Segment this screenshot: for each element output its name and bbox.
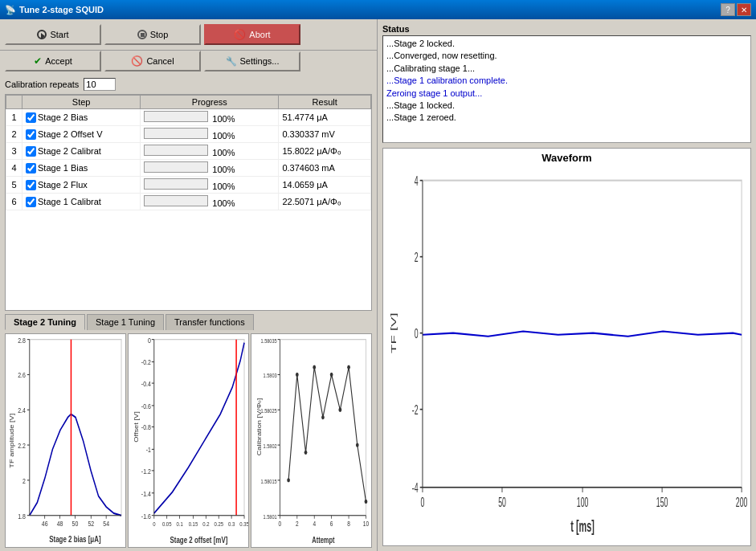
row-step: Stage 2 Bias (22, 109, 141, 126)
status-line: ...Stage 2 locked. (386, 38, 747, 50)
progress-bar-outer (144, 145, 208, 156)
svg-text:0.25: 0.25 (214, 520, 223, 527)
svg-point-69 (287, 478, 290, 482)
row-progress: 100% (141, 194, 279, 210)
progress-bar-outer (144, 195, 208, 206)
main-content: Start Stop 🚫 Abort ✔ Accept 🚫 Cancel 🔧 (0, 19, 756, 551)
accept-button[interactable]: ✔ Accept (5, 51, 101, 71)
step-checkbox[interactable] (26, 129, 36, 140)
status-line: Zeroing stage 1 output... (386, 88, 747, 100)
svg-text:100: 100 (577, 495, 589, 510)
svg-text:0: 0 (415, 326, 419, 341)
svg-text:1.58035: 1.58035 (261, 337, 277, 343)
svg-text:t [ms]: t [ms] (570, 517, 595, 536)
row-result: 0.374603 mA (279, 160, 371, 177)
row-step: Stage 2 Calibrat (22, 143, 141, 160)
calibration-row: Calibration repeats (0, 76, 377, 94)
chart3-svg: 1.58035 1.5803 1.58025 1.5802 1.58015 1.… (251, 334, 371, 548)
chart-calibration: 1.58035 1.5803 1.58025 1.5802 1.58015 1.… (251, 333, 372, 549)
step-checkbox[interactable] (26, 180, 36, 190)
svg-text:1.5801: 1.5801 (264, 512, 277, 519)
help-button[interactable]: ? (721, 3, 735, 16)
table-scroll[interactable]: Step Progress Result 1 Stage 2 Bias (6, 95, 371, 310)
svg-text:-1.6: -1.6 (141, 512, 151, 520)
svg-text:10: 10 (363, 519, 370, 527)
step-name: Stage 2 Calibrat (38, 146, 101, 156)
svg-text:6: 6 (330, 519, 333, 527)
svg-text:0.1: 0.1 (176, 520, 182, 527)
svg-text:50: 50 (498, 495, 506, 510)
cancel-label: Cancel (146, 56, 174, 66)
svg-text:0.05: 0.05 (162, 520, 172, 527)
step-checkbox[interactable] (26, 197, 36, 207)
tab-stage1-tuning[interactable]: Stage 1 Tuning (87, 314, 164, 330)
svg-text:52: 52 (88, 520, 94, 528)
chart-stage2-offset: 0 -0.2 -0.4 -0.6 -0.8 -1 -1.2 -1.4 (128, 333, 249, 549)
svg-text:0: 0 (148, 336, 151, 344)
svg-text:-0.8: -0.8 (141, 423, 151, 431)
row-result: 15.8022 μA/Φ₀ (279, 143, 371, 160)
svg-text:TF amplitude [V]: TF amplitude [V] (9, 413, 15, 467)
step-checkbox[interactable] (26, 146, 36, 157)
status-box[interactable]: ...Stage 2 locked....Converged, now rese… (382, 35, 751, 143)
tab-buttons: Stage 2 Tuning Stage 1 Tuning Transfer f… (5, 314, 372, 330)
svg-rect-0 (30, 339, 121, 515)
svg-text:TF [V]: TF [V] (390, 312, 398, 353)
svg-text:0.2: 0.2 (202, 520, 209, 527)
tabs-area: Stage 2 Tuning Stage 1 Tuning Transfer f… (0, 311, 377, 330)
row-step: Stage 2 Offset V (22, 126, 141, 143)
table-row: 3 Stage 2 Calibrat 100% 15.8022 μA/Φ₀ (6, 143, 371, 160)
svg-point-72 (313, 365, 316, 369)
steps-table-container: Step Progress Result 1 Stage 2 Bias (5, 94, 372, 311)
step-name: Stage 2 Bias (38, 112, 88, 122)
play-icon (37, 30, 47, 39)
svg-text:8: 8 (347, 519, 350, 527)
row-progress: 100% (141, 126, 279, 143)
svg-text:4: 4 (313, 519, 316, 527)
row-num: 1 (6, 109, 22, 126)
svg-text:2.2: 2.2 (18, 442, 26, 450)
waveform-title: Waveform (541, 152, 591, 164)
svg-text:0.3: 0.3 (228, 520, 235, 527)
settings-button[interactable]: 🔧 Settings... (204, 51, 300, 71)
svg-text:50: 50 (72, 520, 79, 528)
svg-text:0: 0 (421, 495, 425, 510)
row-result: 22.5071 μA/Φ₀ (279, 194, 371, 210)
close-button[interactable]: ✕ (737, 3, 751, 16)
progress-bar-outer (144, 111, 208, 122)
progress-pct: 100% (212, 165, 235, 174)
progress-pct: 100% (212, 114, 235, 124)
row-progress: 100% (141, 109, 279, 126)
svg-text:150: 150 (656, 495, 668, 510)
svg-text:Calibration [V/Φ₀]: Calibration [V/Φ₀] (256, 398, 262, 455)
progress-pct: 100% (212, 148, 235, 157)
row-num: 3 (6, 143, 22, 160)
cancel-button[interactable]: 🚫 Cancel (104, 51, 201, 71)
stop-button[interactable]: Stop (104, 24, 201, 45)
table-row: 5 Stage 2 Flux 100% 14.0659 μA (6, 177, 371, 194)
calibration-repeats-input[interactable] (84, 78, 116, 91)
window-title: Tune 2-stage SQUID (19, 5, 104, 14)
wrench-icon: 🔧 (226, 56, 237, 67)
progress-bar-outer (144, 161, 208, 173)
row-step: Stage 1 Calibrat (22, 194, 141, 210)
abort-button[interactable]: 🚫 Abort (204, 24, 300, 45)
tab-stage2-tuning[interactable]: Stage 2 Tuning (5, 314, 85, 330)
col-header-step: Step (22, 96, 141, 109)
status-label: Status (382, 24, 751, 34)
svg-text:4: 4 (415, 173, 419, 189)
svg-text:2.8: 2.8 (18, 336, 26, 344)
svg-text:-2: -2 (412, 402, 419, 418)
svg-point-75 (338, 407, 341, 411)
svg-text:2: 2 (415, 250, 419, 265)
tab-transfer-functions[interactable]: Transfer functions (166, 314, 254, 330)
waveform-svg: 4 2 0 -2 -4 0 50 100 150 200 (383, 164, 750, 545)
step-checkbox[interactable] (26, 112, 36, 123)
svg-text:-0.2: -0.2 (141, 358, 151, 366)
progress-bar-outer (144, 128, 208, 139)
cancel-icon: 🚫 (131, 55, 143, 67)
start-button[interactable]: Start (5, 24, 101, 45)
table-row: 4 Stage 1 Bias 100% 0.374603 mA (6, 160, 371, 177)
steps-table: Step Progress Result 1 Stage 2 Bias (6, 95, 371, 210)
step-checkbox[interactable] (26, 163, 36, 173)
